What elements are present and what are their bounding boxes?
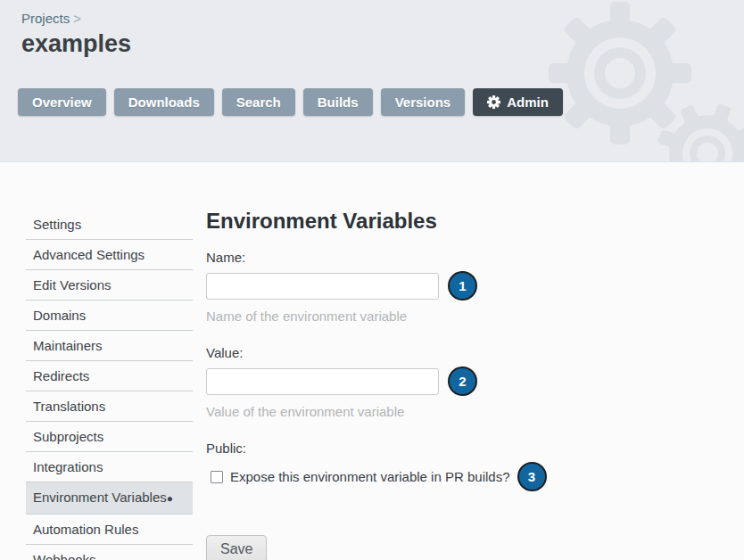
value-input[interactable]: [206, 368, 439, 395]
sidebar-item-environment-variables[interactable]: Environment Variables●: [26, 482, 193, 515]
sidebar-item-webhooks[interactable]: Webhooks: [26, 545, 193, 560]
breadcrumb: Projects >: [21, 11, 81, 26]
gear-icon: [487, 95, 500, 109]
tab-downloads[interactable]: Downloads: [114, 88, 214, 116]
save-button[interactable]: Save: [206, 535, 267, 560]
tab-admin-label: Admin: [507, 95, 549, 110]
annotation-step-2: 2: [448, 366, 477, 396]
name-input[interactable]: [206, 273, 439, 300]
active-bullet-icon: ●: [167, 492, 173, 505]
sidebar-item-automation-rules[interactable]: Automation Rules: [26, 515, 193, 545]
public-checkbox-label[interactable]: Expose this environment variable in PR b…: [230, 469, 510, 484]
public-field-group: Public: Expose this environment variable…: [206, 440, 581, 491]
name-label: Name:: [206, 249, 581, 266]
sidebar-item-domains[interactable]: Domains: [26, 301, 193, 331]
sidebar-item-subprojects[interactable]: Subprojects: [26, 422, 193, 452]
sidebar-item-maintainers[interactable]: Maintainers: [26, 331, 193, 361]
tab-versions[interactable]: Versions: [381, 88, 466, 116]
breadcrumb-separator: >: [73, 11, 81, 26]
environment-variables-panel: Environment Variables Name: 1 Name of th…: [206, 210, 581, 560]
sidebar-item-advanced-settings[interactable]: Advanced Settings: [26, 240, 193, 270]
sidebar-item-settings[interactable]: Settings: [26, 210, 193, 240]
name-field-group: Name: 1 Name of the environment variable: [206, 249, 581, 325]
section-title: Environment Variables: [206, 210, 581, 233]
breadcrumb-projects-link[interactable]: Projects: [21, 11, 70, 26]
public-label: Public:: [206, 440, 581, 457]
admin-content: Settings Advanced Settings Edit Versions…: [0, 162, 744, 560]
project-header: Projects > examples Overview Downloads S…: [0, 0, 744, 162]
tab-admin[interactable]: Admin: [473, 88, 563, 116]
sidebar-item-redirects[interactable]: Redirects: [26, 361, 193, 391]
public-checkbox[interactable]: [211, 471, 223, 483]
value-field-group: Value: 2 Value of the environment variab…: [206, 344, 581, 420]
annotation-step-1: 1: [448, 271, 477, 301]
project-admin-page: Projects > examples Overview Downloads S…: [0, 0, 744, 560]
name-help-text: Name of the environment variable: [206, 308, 581, 325]
tab-builds[interactable]: Builds: [303, 88, 373, 116]
sidebar-item-edit-versions[interactable]: Edit Versions: [26, 270, 193, 301]
admin-sidebar: Settings Advanced Settings Edit Versions…: [26, 210, 193, 560]
project-nav-tabs: Overview Downloads Search Builds Version…: [18, 88, 563, 116]
value-help-text: Value of the environment variable: [206, 403, 581, 420]
gears-decoration-icon: [512, 0, 744, 162]
tab-overview[interactable]: Overview: [18, 88, 106, 116]
annotation-step-3: 3: [517, 462, 547, 491]
page-title: examples: [21, 30, 131, 58]
tab-search[interactable]: Search: [222, 88, 295, 116]
value-label: Value:: [206, 344, 581, 361]
sidebar-item-label: Environment Variables: [33, 490, 167, 505]
sidebar-item-translations[interactable]: Translations: [26, 391, 193, 422]
sidebar-item-integrations[interactable]: Integrations: [26, 452, 193, 482]
